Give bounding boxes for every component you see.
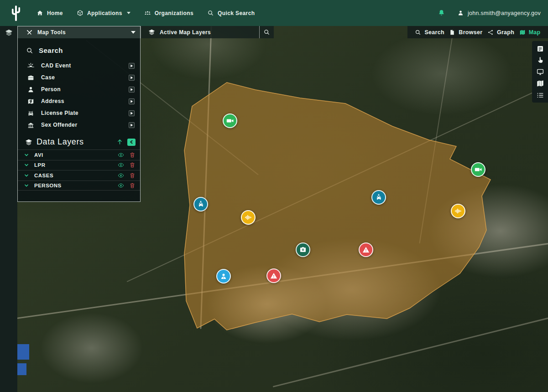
marker-audio-sensor[interactable] [451,204,465,218]
expand-arrow-button[interactable] [129,98,135,104]
trash-delete-icon[interactable] [129,173,136,178]
address-icon [27,98,35,105]
layers-icon [148,29,155,36]
eye-visibility-icon[interactable] [118,152,124,158]
search-item-sex-offender[interactable]: Sex Offender [18,119,140,131]
active-map-layers-bar[interactable]: Active Map Layers [141,26,259,38]
expand-arrow-button[interactable] [129,63,135,69]
user-email: john.smith@anyagency.gov [468,10,541,16]
cactus-logo-icon [8,4,24,22]
notes-button[interactable] [536,45,544,53]
chevron-down-icon[interactable] [24,173,29,178]
warning-triangle-icon [362,246,370,254]
expand-arrow-button[interactable] [129,75,135,81]
basemap-button[interactable] [536,79,544,88]
marker-person[interactable] [216,269,231,284]
marker-police-vehicle[interactable] [371,190,386,205]
chevron-down-icon[interactable] [24,163,29,167]
expand-arrow-button[interactable] [129,87,135,93]
view-switcher: Search Browser Graph Map [407,26,548,38]
organizations-icon [144,10,151,16]
search-item-case[interactable]: Case [18,72,140,83]
layer-row-lpr[interactable]: LPR [18,160,140,170]
trash-delete-icon[interactable] [129,152,136,158]
chevron-down-icon[interactable] [24,153,29,157]
trash-delete-icon[interactable] [129,183,136,188]
view-tab-search[interactable]: Search [415,29,444,36]
home-icon [37,10,43,16]
layer-name: AVI [34,152,43,158]
search-item-address[interactable]: Address [18,95,140,107]
layer-row-persons[interactable]: PERSONS [18,181,140,191]
nav-applications[interactable]: Applications [77,10,130,16]
layer-row-avi[interactable]: AVI [18,150,140,160]
search-section-heading: Search [18,42,140,60]
marker-photo-camera[interactable] [296,242,310,257]
view-tab-browser[interactable]: Browser [449,29,482,36]
view-tab-graph[interactable]: Graph [487,29,514,36]
layers-icon[interactable] [5,29,13,36]
trash-delete-icon[interactable] [129,162,136,168]
nav-home-label: Home [47,10,63,16]
arrow-up-icon[interactable] [116,139,123,145]
police-vehicle-icon [197,200,205,208]
data-layers-header: Data Layers [18,134,140,150]
eye-visibility-icon[interactable] [118,183,124,188]
chevron-left-icon [130,140,134,144]
expand-arrow-button[interactable] [129,122,135,128]
applications-icon [77,10,84,16]
search-heading-label: Search [39,46,63,54]
brand-logo[interactable] [8,4,24,22]
search-icon [207,10,214,16]
marker-video-camera[interactable] [471,162,485,177]
monitor-icon [536,68,544,76]
nav-quick-search[interactable]: Quick Search [207,10,255,16]
collapse-panel-button[interactable] [127,139,136,146]
pointer-hand-icon [536,56,544,64]
search-item-person[interactable]: Person [18,83,140,95]
nav-home[interactable]: Home [37,10,63,16]
view-tab-search-label: Search [424,29,444,36]
data-layers-title: Data Layers [25,137,84,147]
marker-audio-sensor[interactable] [241,210,256,225]
topbar-right-group: john.smith@anyagency.gov [438,9,541,17]
eye-visibility-icon[interactable] [118,162,124,168]
layer-name: CASES [34,173,53,178]
expand-arrow-button[interactable] [129,110,135,116]
nav-organizations-label: Organizations [155,10,193,16]
monitor-button[interactable] [536,68,544,76]
chevron-down-icon[interactable] [24,183,29,188]
search-item-license-plate[interactable]: License Plate [18,107,140,119]
user-account[interactable]: john.smith@anyagency.gov [457,10,541,16]
search-item-cad-event[interactable]: CAD Event [18,60,140,72]
notifications-bell-icon[interactable] [438,9,445,17]
marker-video-camera[interactable] [223,113,237,128]
map-icon [536,79,544,88]
search-icon [26,47,33,54]
video-camera-icon [474,165,482,174]
view-tab-browser-label: Browser [459,29,482,36]
map-blue-feature [17,363,26,375]
layers-search-button[interactable] [259,26,274,38]
user-icon [457,10,464,16]
marker-police-vehicle[interactable] [193,197,208,211]
list-icon [536,91,544,99]
audio-waveform-icon [244,213,252,222]
layer-row-cases[interactable]: CASES [18,170,140,181]
legend-list-button[interactable] [536,91,544,99]
view-tab-map-active[interactable]: Map [519,29,541,36]
nav-organizations[interactable]: Organizations [144,10,193,16]
map-tools-panel: Search CAD Event Case Person [17,38,141,202]
pointer-select-button[interactable] [536,56,544,64]
graph-icon [487,29,494,36]
marker-alert[interactable] [359,242,373,257]
warning-triangle-icon [270,272,278,280]
eye-visibility-icon[interactable] [118,173,124,178]
view-tab-map-label: Map [529,29,541,36]
sex-offender-icon [27,121,35,129]
map-tools-dropdown[interactable]: Map Tools [17,26,141,38]
photo-camera-icon [299,246,307,254]
person-icon [27,86,35,93]
marker-alert[interactable] [266,268,281,283]
layers-icon [25,139,32,146]
